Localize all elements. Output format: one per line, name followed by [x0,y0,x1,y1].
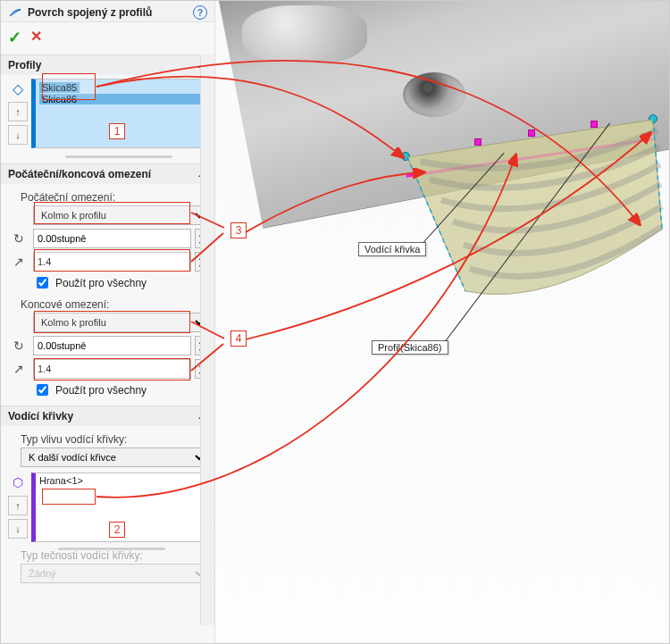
cancel-button[interactable]: ✕ [30,28,42,47]
section-guides: Vodící křivky Typ vlivu vodící křivky: K… [1,406,214,590]
guide-icon: ⬡ [8,473,28,492]
callout-profile: Profil(Skica86) [372,340,448,355]
guide-list-scrollbar[interactable] [58,548,165,550]
panel-scrollbar[interactable] [200,54,214,625]
profile-item[interactable]: Skica85 [39,82,80,93]
panel-titlebar: Povrch spojený z profilů ? [1,1,214,22]
start-constraint-select[interactable]: Kolmo k profilu [33,205,207,225]
move-down-button[interactable]: ↓ [8,519,28,539]
start-length-input[interactable] [33,252,191,272]
profile-list[interactable]: Skica85Skica86 [31,79,207,148]
section-head-profiles[interactable]: Profily [1,55,214,75]
profile-item[interactable]: Skica86 [39,94,203,105]
guide-tangent-label: Typ tečnosti vodící křivky: [21,549,207,562]
tangent-length-icon: ↗ [8,255,29,269]
end-angle-input[interactable] [33,336,191,355]
confirm-row: ✓ ✕ [1,22,214,54]
section-constraints: Počáteční/koncová omezení Počáteční omez… [1,163,214,406]
profile-list-scrollbar[interactable] [65,155,172,158]
feature-panel: Povrch spojený z profilů ? ✓ ✕ Profily ◇… [1,1,215,643]
graphics-viewport[interactable]: Vodící křivka Profil(Skica86) [215,1,669,643]
guide-icon-col: ⬡ ↑ ↓ [8,473,28,542]
part-boss [242,5,367,63]
move-down-button[interactable]: ↓ [8,125,28,145]
guide-type-select[interactable]: K další vodící křivce [21,447,207,467]
end-length-input[interactable] [33,359,191,379]
section-head-guides[interactable]: Vodící křivky [1,406,214,426]
section-head-constraints[interactable]: Počáteční/koncová omezení [1,164,214,184]
end-apply-all-label: Použít pro všechny [55,384,147,397]
start-angle-input[interactable] [33,229,191,248]
guide-list[interactable]: Hrana<1> [31,473,207,542]
move-up-button[interactable]: ↑ [8,102,28,121]
help-icon[interactable]: ? [193,5,207,20]
section-title-constraints: Počáteční/koncová omezení [8,168,198,180]
ok-button[interactable]: ✓ [8,28,21,47]
section-title-guides: Vodící křivky [8,410,198,422]
panel-title: Povrch spojený z profilů [28,6,188,19]
guide-type-label: Typ vlivu vodící křivky: [21,433,207,446]
move-up-button[interactable]: ↑ [8,496,28,515]
guide-tangent-select: Žádný [21,564,207,583]
start-constraint-label: Počáteční omezení: [21,191,207,204]
callout-leader [444,340,446,341]
app-root: Povrch spojený z profilů ? ✓ ✕ Profily ◇… [0,0,670,644]
end-constraint-label: Koncové omezení: [21,298,207,311]
tangent-length-icon: ↗ [8,362,29,376]
section-profiles: Profily ◇ ↑ ↓ Skica85Skica86 [1,54,214,163]
callout-guide: Vodící křivka [358,242,426,256]
start-apply-all[interactable]: Použít pro všechny [33,274,207,291]
part-hole [403,72,465,117]
end-constraint-select[interactable]: Kolmo k profilu [33,313,207,332]
loft-surface-icon [8,5,22,20]
reverse-icon[interactable]: ↻ [8,339,29,353]
end-apply-all[interactable]: Použít pro všechny [33,381,207,398]
start-apply-all-checkbox[interactable] [37,277,48,289]
section-title-profiles: Profily [8,59,198,71]
reverse-icon[interactable]: ↻ [8,231,29,246]
start-apply-all-label: Použít pro všechny [55,277,147,289]
guide-item[interactable]: Hrana<1> [39,475,203,486]
profile-icon-col: ◇ ↑ ↓ [8,79,28,148]
end-apply-all-checkbox[interactable] [37,384,48,396]
profile-icon: ◇ [8,79,28,98]
